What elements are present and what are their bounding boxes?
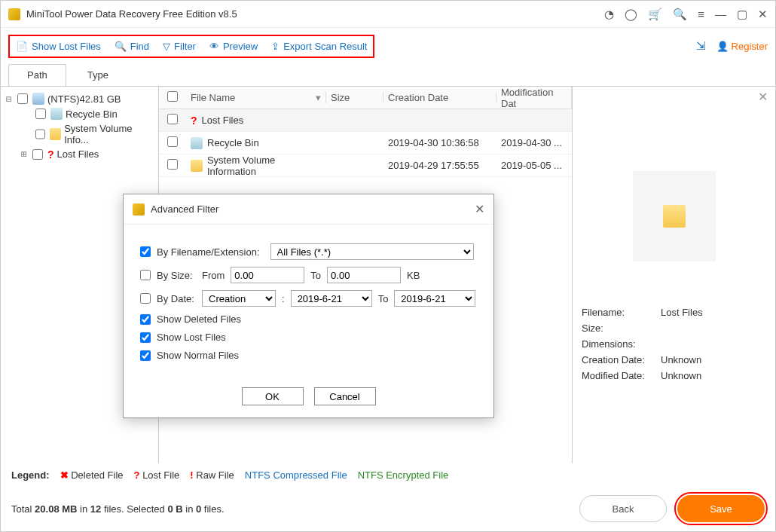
titlebar-icons: ◔ ◯ 🛒 🔍 ≡ — ▢ ✕ <box>604 8 768 21</box>
expander-icon[interactable]: ⊞ <box>20 148 28 160</box>
meta-value: Unknown <box>661 354 701 365</box>
app-icon <box>133 203 145 216</box>
grid-header: File Name▾ Size Creation Date Modificati… <box>159 87 572 109</box>
toolbar: 📄 Show Lost Files 🔍 Find ▽ Filter 👁 Prev… <box>8 35 374 58</box>
to-label: To <box>378 293 389 304</box>
show-lost-check[interactable] <box>140 332 151 343</box>
show-lost-files-button[interactable]: 📄 Show Lost Files <box>16 41 101 52</box>
date-type-select[interactable]: Creation <box>202 290 276 307</box>
question-icon: ? <box>191 115 197 126</box>
row-check[interactable] <box>167 114 178 124</box>
size-from-input[interactable] <box>231 267 304 283</box>
advanced-filter-dialog: Advanced Filter ✕ By Filename/Extension:… <box>123 194 494 418</box>
tree-lost-label: Lost Files <box>57 148 99 160</box>
find-label: Find <box>130 41 149 52</box>
expander-icon[interactable]: ⊟ <box>5 93 13 105</box>
maximize-icon[interactable]: ▢ <box>737 8 747 21</box>
find-button[interactable]: 🔍 Find <box>115 41 149 52</box>
x-icon: ✖ <box>60 469 69 481</box>
legend-label: Legend: <box>11 469 50 481</box>
tab-type[interactable]: Type <box>69 64 127 86</box>
filename-select[interactable]: All Files (*.*) <box>270 243 474 260</box>
folder-icon <box>663 205 686 228</box>
table-row[interactable]: System Volume Information 2019-04-29 17:… <box>159 154 572 177</box>
colon-label: : <box>282 293 285 304</box>
save-button[interactable]: Save <box>677 495 765 522</box>
dialog-close-icon[interactable]: ✕ <box>475 202 484 216</box>
ok-button[interactable]: OK <box>242 387 304 405</box>
by-size-label: By Size: <box>157 270 196 281</box>
by-date-check[interactable] <box>140 293 151 304</box>
share-icon[interactable]: ⇲ <box>696 39 706 53</box>
preview-button[interactable]: 👁 Preview <box>209 41 258 52</box>
select-all-check[interactable] <box>167 91 178 102</box>
show-lost-label: Show Lost Files <box>157 332 226 343</box>
register-button[interactable]: 👤 Register <box>716 41 768 52</box>
show-deleted-label: Show Deleted Files <box>157 313 241 325</box>
account-icon[interactable]: ◔ <box>604 8 614 21</box>
folder-icon <box>191 160 203 172</box>
legend-raw: Raw File <box>196 469 234 481</box>
cart-icon[interactable]: 🛒 <box>648 8 662 21</box>
tree-recycle-check[interactable] <box>35 109 46 119</box>
tree-lost[interactable]: ⊞ ? Lost Files <box>5 147 154 161</box>
back-button[interactable]: Back <box>579 495 667 522</box>
legend-ntfs-comp: NTFS Compressed File <box>245 469 347 481</box>
export-label: Export Scan Result <box>283 41 367 52</box>
legend-ntfs-enc: NTFS Encrypted File <box>358 469 449 481</box>
close-icon[interactable]: ✕ <box>758 8 768 21</box>
col-size-header[interactable]: Size <box>326 92 383 103</box>
drive-icon <box>32 93 44 105</box>
meta-label: Modified Date: <box>582 370 661 381</box>
app-icon <box>8 8 20 20</box>
cancel-button[interactable]: Cancel <box>314 387 376 405</box>
dialog-body: By Filename/Extension: All Files (*.*) B… <box>124 225 493 380</box>
row-check[interactable] <box>167 136 178 147</box>
tree-sysvol-label: System Volume Info... <box>64 123 154 145</box>
row-mdate: 2019-04-30 ... <box>496 137 572 148</box>
status-text: Total 20.08 MB in 12 files. Selected 0 B… <box>11 503 225 515</box>
row-cdate: 2019-04-29 17:55:55 <box>383 160 496 171</box>
tree-sysvol[interactable]: System Volume Info... <box>5 121 154 147</box>
show-normal-check[interactable] <box>140 350 151 361</box>
preview-label: Preview <box>223 41 258 52</box>
statusbar: Total 20.08 MB in 12 files. Selected 0 B… <box>1 486 775 531</box>
date-from-select[interactable]: 2019-6-21 <box>291 290 372 307</box>
preview-pane: ✕ Filename:Lost Files Size: Dimensions: … <box>572 87 775 463</box>
meta-value: Unknown <box>661 370 701 381</box>
preview-close-icon[interactable]: ✕ <box>758 90 768 104</box>
tree-sysvol-check[interactable] <box>35 129 45 139</box>
col-cdate-header[interactable]: Creation Date <box>383 92 496 103</box>
col-name-header[interactable]: File Name▾ <box>186 92 326 103</box>
to-label: To <box>310 270 321 281</box>
menu-icon[interactable]: ≡ <box>698 8 704 20</box>
sort-desc-icon: ▾ <box>316 92 321 103</box>
table-row[interactable]: Recycle Bin 2019-04-30 10:36:58 2019-04-… <box>159 132 572 154</box>
key-icon[interactable]: 🔍 <box>673 8 687 21</box>
tree-root[interactable]: ⊟ (NTFS)42.81 GB <box>5 91 154 106</box>
help-icon[interactable]: ◯ <box>625 8 637 21</box>
tab-path[interactable]: Path <box>8 64 66 86</box>
col-mdate-header[interactable]: Modification Dat <box>496 87 572 109</box>
minimize-icon[interactable]: — <box>715 8 726 20</box>
table-row[interactable]: ?Lost Files <box>159 109 572 132</box>
row-name: Lost Files <box>202 115 244 126</box>
tree-lost-check[interactable] <box>32 149 43 160</box>
by-size-check[interactable] <box>140 270 151 280</box>
folder-icon <box>50 128 61 140</box>
size-to-input[interactable] <box>327 267 401 283</box>
tree-root-label: (NTFS)42.81 GB <box>47 93 121 105</box>
meta-label: Size: <box>582 323 661 334</box>
filter-button[interactable]: ▽ Filter <box>163 41 196 52</box>
tree-root-check[interactable] <box>17 93 28 104</box>
by-filename-check[interactable] <box>140 246 151 257</box>
row-check[interactable] <box>167 159 178 170</box>
tree-recycle[interactable]: Recycle Bin <box>5 106 154 121</box>
legend-lost: Lost File <box>142 469 179 481</box>
show-deleted-check[interactable] <box>140 314 151 325</box>
app-title: MiniTool Power Data Recovery Free Editio… <box>26 8 604 20</box>
recycle-icon <box>50 108 63 120</box>
date-to-select[interactable]: 2019-6-21 <box>394 290 475 307</box>
export-button[interactable]: ⇪ Export Scan Result <box>271 41 367 52</box>
kb-label: KB <box>407 270 420 281</box>
